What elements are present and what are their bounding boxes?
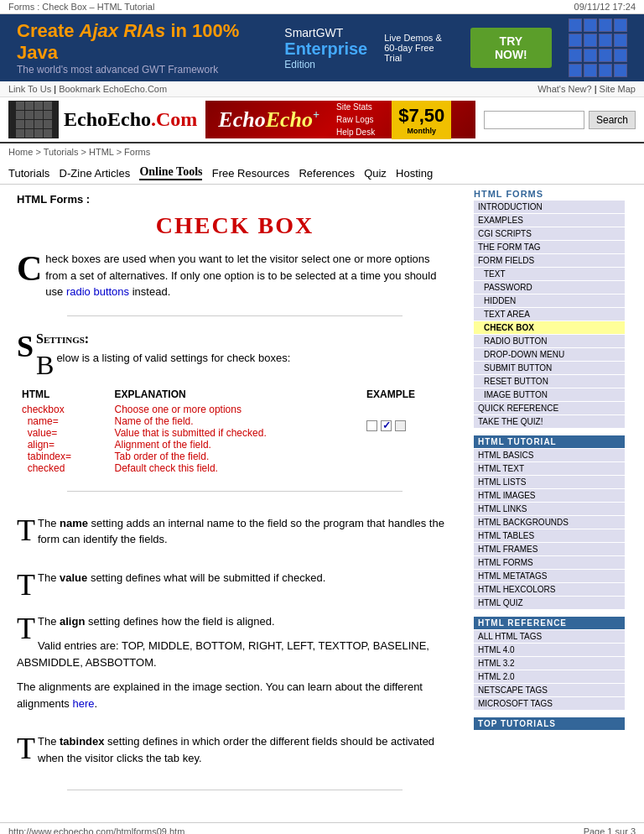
sidebar-item-reset-button[interactable]: RESET BUTTON [474, 375, 625, 388]
sidebar-item-html40[interactable]: HTML 4.0 [474, 644, 625, 657]
col-html-header: HTML [17, 387, 110, 402]
sidebar-item-submit-button[interactable]: SUBMIT BUTTON [474, 362, 625, 375]
link-to-us[interactable]: Link To Us [8, 84, 51, 94]
logo-box [8, 101, 59, 138]
sidebar-item-html-basics[interactable]: HTML BASICS [474, 449, 625, 462]
value-bold: value [60, 571, 87, 584]
header-links: Link To Us | Bookmark EchoEcho.Com What'… [0, 81, 644, 97]
live-demos-text: Live Demos & 60-day Free Trial [384, 33, 453, 63]
sidebar-item-html32[interactable]: HTML 3.2 [474, 657, 625, 670]
breadcrumb-home[interactable]: Home [8, 147, 33, 157]
sidebar-item-text[interactable]: TEXT [474, 268, 625, 281]
sidebar-item-html-quiz[interactable]: HTML QUIZ [474, 597, 625, 610]
sidebar-item-quick-reference[interactable]: QUICK REFERENCE [474, 402, 625, 415]
sidebar-item-html-frames[interactable]: HTML FRAMES [474, 543, 625, 556]
sidebar-item-microsoft-tags[interactable]: MICROSOFT TAGS [474, 697, 625, 711]
sidebar-item-check-box[interactable]: CHECK BOX [474, 321, 625, 335]
sidebar-html-reference-label: HTML REFERENCE [474, 617, 625, 629]
site-logo-text[interactable]: EchoEcho.Com [59, 108, 197, 131]
sidebar-html-tutorial-label: HTML TUTORIAL [474, 435, 625, 448]
search-button[interactable]: Search [589, 111, 636, 129]
nav-free-resources[interactable]: Free Resources [212, 167, 289, 180]
nav-tutorials[interactable]: Tutorials [8, 167, 49, 180]
echo-stats: Site Stats Raw Logs Help Desk [336, 101, 375, 138]
sidebar-item-html-links[interactable]: HTML LINKS [474, 503, 625, 516]
intro-text: C heck boxes are used when you want to l… [17, 251, 453, 300]
page-info: Page 1 sur 3 [584, 826, 636, 834]
nav-online-tools[interactable]: Online Tools [139, 165, 202, 180]
banner-grid-decoration [569, 18, 627, 77]
whats-new-link[interactable]: What's New? [538, 84, 591, 94]
header-right-links: What's New? | Site Map [538, 84, 636, 94]
col-explanation-header: EXPLANATION [110, 387, 362, 402]
try-now-button[interactable]: TRY NOW! [470, 28, 552, 68]
value-para: T The value setting defines what will be… [17, 561, 453, 600]
drop-cap-c: C [17, 251, 42, 286]
banner-ad: Create Ajax RIAs in 100% Java The world'… [0, 14, 644, 81]
sidebar-section-top-tutorials: TOP TUTORIALS [474, 717, 625, 730]
sidebar-section-html-tutorial: HTML TUTORIAL HTML BASICS HTML TEXT HTML… [474, 435, 625, 610]
sidebar-item-image-button[interactable]: IMAGE BUTTON [474, 388, 625, 402]
banner-main-text: Create Ajax RIAs in 100% Java [17, 20, 284, 64]
datetime: 09/11/12 17:24 [574, 2, 636, 12]
divider-1 [67, 315, 402, 316]
sidebar-item-password[interactable]: PASSWORD [474, 281, 625, 295]
sidebar-item-html-forms[interactable]: HTML FORMS [474, 556, 625, 570]
sidebar-item-html-tables[interactable]: HTML TABLES [474, 529, 625, 543]
checkbox-unchecked[interactable] [366, 420, 377, 431]
bottom-bar: http://www.echoecho.com/htmlforms09.htm … [0, 822, 644, 834]
radio-buttons-link[interactable]: radio buttons [66, 285, 129, 298]
site-map-link[interactable]: Site Map [600, 84, 636, 94]
nav-hosting[interactable]: Hosting [396, 167, 433, 180]
name-para: T The name setting adds an internal name… [17, 507, 453, 556]
tabindex-bold: tabindex [60, 735, 104, 748]
sidebar-item-cgi-scripts[interactable]: CGI SCRIPTS [474, 227, 625, 241]
main-content: HTML Forms : CHECK BOX C heck boxes are … [0, 185, 470, 814]
example-column: ✓ [361, 402, 453, 476]
breadcrumb-tutorials[interactable]: Tutorials [44, 147, 79, 157]
search-input[interactable] [484, 111, 584, 129]
sidebar-item-hidden[interactable]: HIDDEN [474, 295, 625, 308]
sidebar-item-introduction[interactable]: INTRODUCTION [474, 201, 625, 214]
breadcrumb-forms[interactable]: Forms [124, 147, 150, 157]
bookmark-link[interactable]: Bookmark EchoEcho.Com [59, 84, 167, 94]
sidebar-item-take-quiz[interactable]: TAKE THE QUIZ! [474, 415, 625, 429]
sidebar-item-form-fields[interactable]: FORM FIELDS [474, 254, 625, 268]
page-url: http://www.echoecho.com/htmlforms09.htm [8, 826, 184, 834]
checkbox-checked[interactable]: ✓ [381, 420, 392, 431]
divider-3 [67, 790, 402, 790]
page-section-title: HTML Forms : [17, 193, 453, 206]
logo-area: EchoEcho.Com [8, 101, 197, 138]
sidebar-item-form-tag[interactable]: THE FORM TAG [474, 241, 625, 254]
sidebar-item-netscape-tags[interactable]: NETSCAPE TAGS [474, 684, 625, 697]
banner-left: Create Ajax RIAs in 100% Java The world'… [17, 20, 284, 76]
sidebar-item-html-images[interactable]: HTML IMAGES [474, 489, 625, 503]
nav-quiz[interactable]: Quiz [364, 167, 387, 180]
checkbox-unchecked-2[interactable] [395, 420, 406, 431]
echo-plus-logo: EchoEcho+ [218, 107, 319, 133]
sidebar-item-examples[interactable]: EXAMPLES [474, 214, 625, 227]
sidebar-item-radio-button[interactable]: RADIO BUTTON [474, 335, 625, 348]
sidebar-item-text-area[interactable]: TEXT AREA [474, 308, 625, 321]
nav-dzine[interactable]: D-Zine Articles [60, 167, 131, 180]
sidebar-item-html-text[interactable]: HTML TEXT [474, 462, 625, 476]
breadcrumb-html[interactable]: HTML [89, 147, 114, 157]
col-example-header: EXAMPLE [361, 387, 453, 402]
settings-intro: B elow is a listing of valid settings fo… [36, 352, 453, 378]
checkbox-example: ✓ [366, 420, 448, 431]
alignments-here-link[interactable]: here [72, 697, 94, 710]
sidebar-item-html-hexcolors[interactable]: HTML HEXCOLORS [474, 583, 625, 597]
sidebar-item-html-backgrounds[interactable]: HTML BACKGROUNDS [474, 516, 625, 529]
sidebar-item-html20[interactable]: HTML 2.0 [474, 670, 625, 684]
attr-column: checkbox name= value= align= tabindex= c… [17, 402, 110, 476]
align-para: T The align setting defines how the fiel… [17, 605, 453, 721]
sidebar-section-html-forms: HTML FORMS INTRODUCTION EXAMPLES CGI SCR… [474, 189, 625, 429]
page-main-title: CHECK BOX [17, 212, 453, 239]
sidebar-item-html-lists[interactable]: HTML LISTS [474, 476, 625, 489]
nav-references[interactable]: References [299, 167, 354, 180]
sidebar-item-drop-down-menu[interactable]: DROP-DOWN MENU [474, 348, 625, 362]
sidebar-item-all-html-tags[interactable]: ALL HTML TAGS [474, 630, 625, 644]
sidebar-item-html-metatags[interactable]: HTML METATAGS [474, 570, 625, 583]
banner-right: SmartGWT Enterprise Edition Live Demos &… [284, 18, 627, 77]
sidebar-html-forms-label: HTML FORMS [474, 189, 625, 199]
